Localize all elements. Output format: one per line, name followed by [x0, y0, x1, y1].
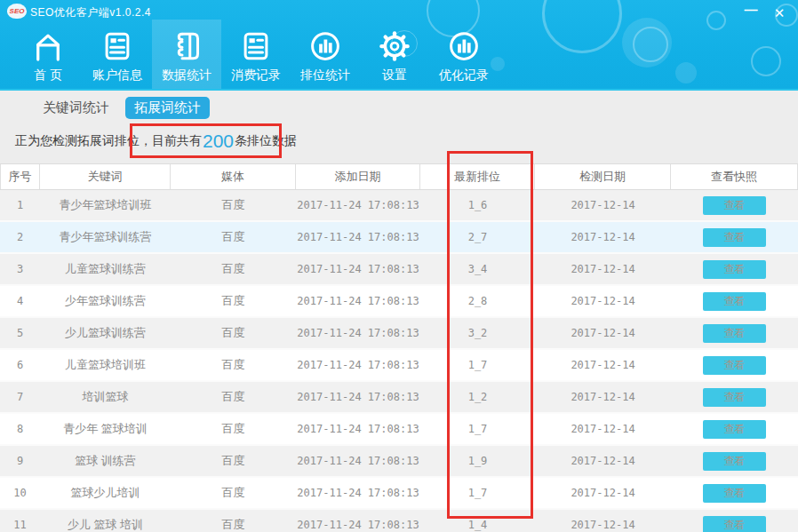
cell-check-date: 2017-12-14 [535, 254, 671, 284]
view-snapshot-button[interactable]: 查看 [703, 484, 766, 503]
nav-item-data-stats[interactable]: 数据统计 [152, 20, 221, 89]
cell-index: 6 [0, 350, 40, 380]
cell-latest-rank: 1_6 [420, 190, 535, 220]
account-info-icon [98, 27, 137, 66]
cell-keyword: 青少年 篮球培训 [40, 414, 171, 444]
rank-data-count: 200 [202, 131, 235, 151]
cell-media: 百度 [171, 382, 296, 412]
cell-added-date: 2017-11-24 17:08:13 [296, 382, 420, 412]
view-snapshot-button[interactable]: 查看 [703, 196, 766, 215]
cell-check-date: 2017-12-14 [535, 350, 671, 380]
nav-item-home[interactable]: 首 页 [13, 20, 83, 89]
minimize-button[interactable]: — [741, 2, 761, 17]
cell-media: 百度 [171, 446, 296, 476]
app-logo: SEO [7, 4, 27, 19]
cell-keyword: 少儿 篮球 培训 [40, 510, 171, 532]
column-header-latest-rank: 最新排位 [420, 164, 535, 189]
close-button[interactable]: ✕ [770, 5, 789, 21]
nav-item-label: 优化记录 [439, 67, 489, 83]
settings-gear-icon [375, 27, 414, 66]
nav-item-label: 首 页 [34, 67, 62, 83]
cell-keyword: 篮球 训练营 [40, 446, 171, 476]
view-snapshot-button[interactable]: 查看 [703, 228, 766, 247]
cell-index: 9 [0, 446, 40, 476]
cell-media: 百度 [171, 510, 296, 532]
column-header-index: 序号 [0, 164, 40, 189]
cell-media: 百度 [171, 190, 296, 220]
table-row: 1 青少年篮球培训班 百度 2017-11-24 17:08:13 1_6 20… [0, 190, 798, 222]
column-header-check-date: 检测日期 [535, 164, 671, 189]
nav-item-rank-stats[interactable]: 排位统计 [291, 20, 360, 89]
table-row: 10 篮球少儿培训 百度 2017-11-24 17:08:13 1_7 201… [0, 478, 798, 510]
cell-check-date: 2017-12-14 [535, 414, 671, 444]
nav-item-account-info[interactable]: 账户信息 [83, 20, 152, 89]
cell-added-date: 2017-11-24 17:08:13 [296, 222, 420, 252]
cell-check-date: 2017-12-14 [535, 222, 671, 252]
nav-item-optimize-records[interactable]: 优化记录 [429, 20, 499, 89]
cell-media: 百度 [171, 222, 296, 252]
rank-data-table: 序号 关键词 媒体 添加日期 最新排位 检测日期 查看快照 1 青少年篮球培训班… [0, 163, 798, 532]
view-snapshot-button[interactable]: 查看 [703, 452, 766, 471]
cell-check-date: 2017-12-14 [535, 190, 671, 220]
data-stats-icon [167, 27, 206, 66]
view-snapshot-button[interactable]: 查看 [703, 260, 766, 279]
titlebar: SEO SEO优化客户端v1.0.2.4 — ✕ [0, 0, 798, 21]
cell-added-date: 2017-11-24 17:08:13 [296, 414, 420, 444]
bubble-decoration [751, 46, 781, 76]
view-snapshot-button[interactable]: 查看 [703, 292, 766, 311]
view-snapshot-button[interactable]: 查看 [703, 388, 766, 407]
table-row: 7 培训篮球 百度 2017-11-24 17:08:13 1_2 2017-1… [0, 382, 798, 414]
cell-index: 4 [0, 286, 40, 316]
cell-index: 10 [0, 478, 40, 508]
cell-media: 百度 [171, 350, 296, 380]
cell-latest-rank: 1_2 [420, 382, 535, 412]
cell-added-date: 2017-11-24 17:08:13 [296, 478, 420, 508]
table-row: 4 少年篮球训练营 百度 2017-11-24 17:08:13 2_8 201… [0, 286, 798, 318]
table-row: 3 儿童篮球训练营 百度 2017-11-24 17:08:13 3_4 201… [0, 254, 798, 286]
tab-keyword-stats[interactable]: 关键词统计 [34, 97, 118, 119]
table-row: 6 儿童篮球培训班 百度 2017-11-24 17:08:13 1_7 201… [0, 350, 798, 382]
consume-records-icon [236, 27, 275, 66]
nav-item-label: 数据统计 [162, 67, 211, 83]
cell-added-date: 2017-11-24 17:08:13 [296, 446, 420, 476]
cell-latest-rank: 3_4 [420, 254, 535, 284]
tab-extended-word-stats[interactable]: 拓展词统计 [125, 97, 210, 119]
optimize-records-icon [444, 27, 483, 66]
cell-keyword: 少年篮球训练营 [40, 286, 171, 316]
cell-check-date: 2017-12-14 [535, 318, 671, 348]
nav-item-settings[interactable]: 设置 [360, 20, 429, 89]
nav-item-consume-records[interactable]: 消费记录 [221, 20, 291, 89]
cell-check-date: 2017-12-14 [535, 478, 671, 508]
cell-index: 5 [0, 318, 40, 348]
cell-check-date: 2017-12-14 [535, 446, 671, 476]
cell-media: 百度 [171, 254, 296, 284]
cell-check-date: 2017-12-14 [535, 382, 671, 412]
table-row: 9 篮球 训练营 百度 2017-11-24 17:08:13 1_9 2017… [0, 446, 798, 478]
cell-added-date: 2017-11-24 17:08:13 [296, 190, 420, 220]
view-snapshot-button[interactable]: 查看 [703, 324, 766, 343]
cell-check-date: 2017-12-14 [535, 510, 671, 532]
cell-added-date: 2017-11-24 17:08:13 [296, 254, 420, 284]
cell-latest-rank: 2_8 [420, 286, 535, 316]
view-snapshot-button[interactable]: 查看 [703, 356, 766, 375]
cell-keyword: 儿童篮球训练营 [40, 254, 171, 284]
cell-added-date: 2017-11-24 17:08:13 [296, 350, 420, 380]
cell-media: 百度 [171, 318, 296, 348]
cell-media: 百度 [171, 478, 296, 508]
cell-latest-rank: 2_7 [420, 222, 535, 252]
cell-keyword: 少儿篮球训练营 [40, 318, 171, 348]
cell-keyword: 培训篮球 [40, 382, 171, 412]
view-snapshot-button[interactable]: 查看 [703, 516, 766, 532]
status-boxed-prefix: 目前共有 [152, 133, 202, 147]
nav-item-label: 账户信息 [92, 67, 142, 83]
cell-check-date: 2017-12-14 [535, 286, 671, 316]
table-row: 8 青少年 篮球培训 百度 2017-11-24 17:08:13 1_7 20… [0, 414, 798, 446]
cell-index: 3 [0, 254, 40, 284]
column-header-keyword: 关键词 [40, 164, 171, 189]
rank-stats-icon [306, 27, 345, 66]
window-title: SEO优化客户端v1.0.2.4 [30, 5, 151, 20]
cell-added-date: 2017-11-24 17:08:13 [296, 286, 420, 316]
cell-index: 11 [0, 510, 40, 532]
view-snapshot-button[interactable]: 查看 [703, 420, 766, 439]
cell-media: 百度 [171, 286, 296, 316]
